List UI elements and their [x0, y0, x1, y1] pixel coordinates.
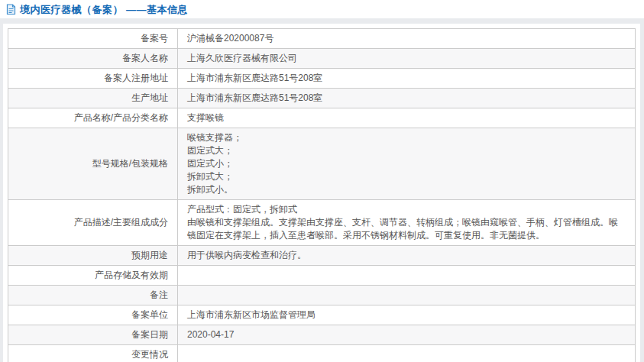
table-row: 型号规格/包装规格喉镜支撑器；固定式大；固定式小；拆卸式大；拆卸式小。 — [8, 128, 636, 200]
table-row: 备注 — [8, 286, 636, 305]
document-icon — [6, 4, 16, 15]
table-row: 预期用途用于供喉内病变检查和治疗。 — [8, 246, 636, 266]
row-value: 上海市浦东新区鹿达路51号208室 — [178, 89, 636, 108]
row-value — [178, 345, 636, 362]
row-label: 备案日期 — [8, 325, 178, 345]
page-title: 境内医疗器械（备案） ——基本信息 — [20, 3, 188, 17]
row-value: 喉镜支撑器；固定式大；固定式小；拆卸式大；拆卸式小。 — [178, 128, 636, 200]
row-label: 备案人名称 — [8, 49, 178, 69]
row-label: 备案单位 — [8, 305, 178, 325]
title-bar: 境内医疗器械（备案） ——基本信息 — [0, 0, 644, 18]
row-label: 备注 — [8, 286, 178, 305]
filing-info-table: 备案号沪浦械备20200087号备案人名称上海久欣医疗器械有限公司备案人注册地址… — [8, 28, 636, 362]
row-label: 产品名称/产品分类名称 — [8, 108, 178, 128]
row-value — [178, 286, 636, 305]
table-row: 产品描述/主要组成成分产品型式：固定式，拆卸式由喉镜和支撑架组成。支撑架由支撑座… — [8, 200, 636, 246]
row-value: 产品型式：固定式，拆卸式由喉镜和支撑架组成。支撑架由支撑座、支杆、调节器、转柄组… — [178, 200, 636, 246]
filing-table-body: 备案号沪浦械备20200087号备案人名称上海久欣医疗器械有限公司备案人注册地址… — [8, 29, 636, 362]
table-row: 备案单位上海市浦东新区市场监督管理局 — [8, 305, 636, 325]
table-row: 生产地址上海市浦东新区鹿达路51号208室 — [8, 89, 636, 108]
table-row: 备案人名称上海久欣医疗器械有限公司 — [8, 49, 636, 69]
row-label: 预期用途 — [8, 246, 178, 266]
row-label: 生产地址 — [8, 89, 178, 108]
row-value: 上海市浦东新区市场监督管理局 — [178, 305, 636, 325]
table-row: 产品名称/产品分类名称支撑喉镜 — [8, 108, 636, 128]
row-value: 沪浦械备20200087号 — [178, 29, 636, 49]
row-label: 产品描述/主要组成成分 — [8, 200, 178, 246]
row-value: 上海市浦东新区鹿达路51号208室 — [178, 69, 636, 89]
row-label: 型号规格/包装规格 — [8, 128, 178, 200]
table-row: 备案号沪浦械备20200087号 — [8, 29, 636, 49]
row-label: 备案号 — [8, 29, 178, 49]
table-row: 产品存储及有效期 — [8, 266, 636, 286]
table-row: 备案日期2020-04-17 — [8, 325, 636, 345]
row-value: 支撑喉镜 — [178, 108, 636, 128]
content-panel: 备案号沪浦械备20200087号备案人名称上海久欣医疗器械有限公司备案人注册地址… — [3, 24, 640, 362]
row-value: 上海久欣医疗器械有限公司 — [178, 49, 636, 69]
row-label: 变更情况 — [8, 345, 178, 362]
row-label: 备案人注册地址 — [8, 69, 178, 89]
row-value — [178, 266, 636, 286]
table-row: 备案人注册地址上海市浦东新区鹿达路51号208室 — [8, 69, 636, 89]
row-value: 用于供喉内病变检查和治疗。 — [178, 246, 636, 266]
row-label: 产品存储及有效期 — [8, 266, 178, 286]
row-value: 2020-04-17 — [178, 325, 636, 345]
table-row: 变更情况 — [8, 345, 636, 362]
